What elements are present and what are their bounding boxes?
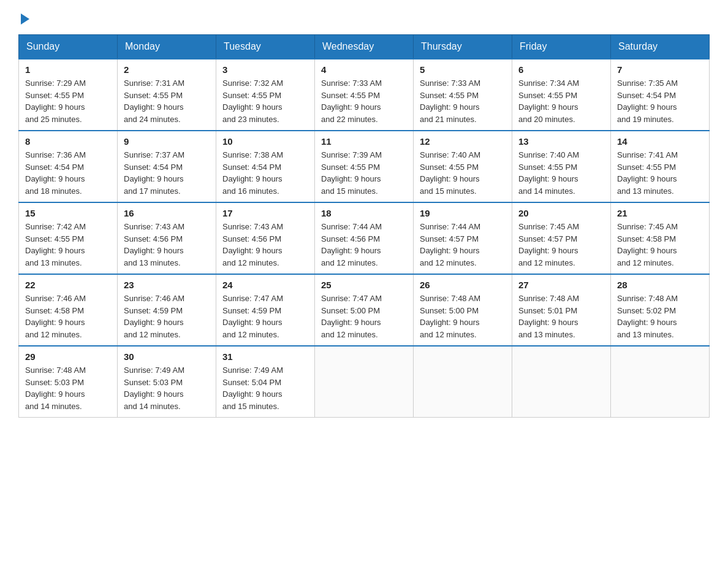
- calendar-week-row: 1Sunrise: 7:29 AMSunset: 4:55 PMDaylight…: [19, 59, 710, 131]
- day-info: Sunrise: 7:48 AMSunset: 5:03 PMDaylight:…: [25, 364, 111, 412]
- day-number: 20: [518, 208, 604, 218]
- day-info: Sunrise: 7:45 AMSunset: 4:57 PMDaylight:…: [518, 221, 604, 269]
- day-number: 23: [124, 280, 210, 290]
- day-info: Sunrise: 7:49 AMSunset: 5:03 PMDaylight:…: [124, 364, 210, 412]
- calendar-header-friday: Friday: [512, 35, 611, 59]
- day-number: 4: [321, 64, 407, 75]
- logo-arrow-icon: [21, 13, 29, 25]
- calendar-day-cell: 23Sunrise: 7:46 AMSunset: 4:59 PMDayligh…: [118, 274, 216, 346]
- calendar-day-cell: [315, 346, 414, 418]
- day-number: 18: [321, 208, 407, 218]
- day-number: 17: [222, 208, 308, 218]
- calendar-day-cell: 8Sunrise: 7:36 AMSunset: 4:54 PMDaylight…: [19, 131, 118, 202]
- calendar-day-cell: 11Sunrise: 7:39 AMSunset: 4:55 PMDayligh…: [315, 131, 414, 202]
- day-info: Sunrise: 7:43 AMSunset: 4:56 PMDaylight:…: [124, 221, 210, 269]
- logo-general-text: [18, 12, 29, 25]
- day-info: Sunrise: 7:37 AMSunset: 4:54 PMDaylight:…: [124, 149, 210, 197]
- day-info: Sunrise: 7:29 AMSunset: 4:55 PMDaylight:…: [25, 77, 111, 125]
- calendar-day-cell: 30Sunrise: 7:49 AMSunset: 5:03 PMDayligh…: [118, 346, 216, 418]
- day-number: 5: [420, 64, 506, 75]
- calendar-day-cell: 20Sunrise: 7:45 AMSunset: 4:57 PMDayligh…: [512, 202, 611, 274]
- calendar-week-row: 29Sunrise: 7:48 AMSunset: 5:03 PMDayligh…: [19, 346, 710, 418]
- day-info: Sunrise: 7:32 AMSunset: 4:55 PMDaylight:…: [222, 77, 308, 125]
- day-number: 28: [617, 280, 703, 290]
- day-info: Sunrise: 7:34 AMSunset: 4:55 PMDaylight:…: [518, 77, 604, 125]
- calendar-day-cell: 6Sunrise: 7:34 AMSunset: 4:55 PMDaylight…: [512, 59, 611, 131]
- day-info: Sunrise: 7:49 AMSunset: 5:04 PMDaylight:…: [222, 364, 308, 412]
- day-number: 21: [617, 208, 703, 218]
- calendar-day-cell: 3Sunrise: 7:32 AMSunset: 4:55 PMDaylight…: [216, 59, 315, 131]
- day-info: Sunrise: 7:47 AMSunset: 4:59 PMDaylight:…: [222, 293, 308, 340]
- calendar-header-tuesday: Tuesday: [216, 35, 315, 59]
- calendar-day-cell: 27Sunrise: 7:48 AMSunset: 5:01 PMDayligh…: [512, 274, 611, 346]
- calendar-day-cell: 7Sunrise: 7:35 AMSunset: 4:54 PMDaylight…: [611, 59, 710, 131]
- calendar-day-cell: 29Sunrise: 7:48 AMSunset: 5:03 PMDayligh…: [19, 346, 118, 418]
- day-number: 24: [222, 280, 308, 290]
- day-number: 27: [518, 280, 604, 290]
- day-info: Sunrise: 7:43 AMSunset: 4:56 PMDaylight:…: [222, 221, 308, 269]
- day-info: Sunrise: 7:40 AMSunset: 4:55 PMDaylight:…: [518, 149, 604, 197]
- day-number: 30: [124, 351, 210, 362]
- day-info: Sunrise: 7:33 AMSunset: 4:55 PMDaylight:…: [420, 77, 506, 125]
- day-number: 15: [25, 208, 111, 218]
- calendar-day-cell: 22Sunrise: 7:46 AMSunset: 4:58 PMDayligh…: [19, 274, 118, 346]
- calendar-day-cell: 1Sunrise: 7:29 AMSunset: 4:55 PMDaylight…: [19, 59, 118, 131]
- calendar-day-cell: 19Sunrise: 7:44 AMSunset: 4:57 PMDayligh…: [414, 202, 512, 274]
- calendar-header-monday: Monday: [118, 35, 216, 59]
- header: [18, 12, 710, 22]
- calendar-day-cell: 12Sunrise: 7:40 AMSunset: 4:55 PMDayligh…: [414, 131, 512, 202]
- calendar-day-cell: 5Sunrise: 7:33 AMSunset: 4:55 PMDaylight…: [414, 59, 512, 131]
- calendar-day-cell: 4Sunrise: 7:33 AMSunset: 4:55 PMDaylight…: [315, 59, 414, 131]
- calendar-table: SundayMondayTuesdayWednesdayThursdayFrid…: [18, 34, 710, 418]
- day-number: 19: [420, 208, 506, 218]
- day-info: Sunrise: 7:44 AMSunset: 4:56 PMDaylight:…: [321, 221, 407, 269]
- day-info: Sunrise: 7:33 AMSunset: 4:55 PMDaylight:…: [321, 77, 407, 125]
- day-number: 25: [321, 280, 407, 290]
- calendar-week-row: 22Sunrise: 7:46 AMSunset: 4:58 PMDayligh…: [19, 274, 710, 346]
- calendar-day-cell: 21Sunrise: 7:45 AMSunset: 4:58 PMDayligh…: [611, 202, 710, 274]
- calendar-day-cell: 28Sunrise: 7:48 AMSunset: 5:02 PMDayligh…: [611, 274, 710, 346]
- calendar-header-thursday: Thursday: [414, 35, 512, 59]
- calendar-header-wednesday: Wednesday: [315, 35, 414, 59]
- day-number: 11: [321, 136, 407, 147]
- calendar-day-cell: 18Sunrise: 7:44 AMSunset: 4:56 PMDayligh…: [315, 202, 414, 274]
- calendar-day-cell: 13Sunrise: 7:40 AMSunset: 4:55 PMDayligh…: [512, 131, 611, 202]
- calendar-header-row: SundayMondayTuesdayWednesdayThursdayFrid…: [19, 35, 710, 59]
- day-info: Sunrise: 7:48 AMSunset: 5:01 PMDaylight:…: [518, 293, 604, 340]
- calendar-day-cell: [414, 346, 512, 418]
- calendar-week-row: 15Sunrise: 7:42 AMSunset: 4:55 PMDayligh…: [19, 202, 710, 274]
- day-info: Sunrise: 7:35 AMSunset: 4:54 PMDaylight:…: [617, 77, 703, 125]
- day-info: Sunrise: 7:48 AMSunset: 5:00 PMDaylight:…: [420, 293, 506, 340]
- day-info: Sunrise: 7:42 AMSunset: 4:55 PMDaylight:…: [25, 221, 111, 269]
- calendar-day-cell: 25Sunrise: 7:47 AMSunset: 5:00 PMDayligh…: [315, 274, 414, 346]
- calendar-day-cell: 17Sunrise: 7:43 AMSunset: 4:56 PMDayligh…: [216, 202, 315, 274]
- day-number: 22: [25, 280, 111, 290]
- day-number: 1: [25, 64, 111, 75]
- calendar-header-sunday: Sunday: [19, 35, 118, 59]
- day-info: Sunrise: 7:31 AMSunset: 4:55 PMDaylight:…: [124, 77, 210, 125]
- calendar-week-row: 8Sunrise: 7:36 AMSunset: 4:54 PMDaylight…: [19, 131, 710, 202]
- day-info: Sunrise: 7:45 AMSunset: 4:58 PMDaylight:…: [617, 221, 703, 269]
- day-number: 31: [222, 351, 308, 362]
- day-number: 6: [518, 64, 604, 75]
- day-number: 3: [222, 64, 308, 75]
- day-number: 12: [420, 136, 506, 147]
- calendar-day-cell: 10Sunrise: 7:38 AMSunset: 4:54 PMDayligh…: [216, 131, 315, 202]
- calendar-header-saturday: Saturday: [611, 35, 710, 59]
- calendar-day-cell: 31Sunrise: 7:49 AMSunset: 5:04 PMDayligh…: [216, 346, 315, 418]
- day-number: 7: [617, 64, 703, 75]
- day-info: Sunrise: 7:36 AMSunset: 4:54 PMDaylight:…: [25, 149, 111, 197]
- calendar-day-cell: 15Sunrise: 7:42 AMSunset: 4:55 PMDayligh…: [19, 202, 118, 274]
- day-number: 13: [518, 136, 604, 147]
- day-info: Sunrise: 7:46 AMSunset: 4:59 PMDaylight:…: [124, 293, 210, 340]
- day-info: Sunrise: 7:41 AMSunset: 4:55 PMDaylight:…: [617, 149, 703, 197]
- day-info: Sunrise: 7:47 AMSunset: 5:00 PMDaylight:…: [321, 293, 407, 340]
- calendar-day-cell: 14Sunrise: 7:41 AMSunset: 4:55 PMDayligh…: [611, 131, 710, 202]
- day-info: Sunrise: 7:40 AMSunset: 4:55 PMDaylight:…: [420, 149, 506, 197]
- day-info: Sunrise: 7:38 AMSunset: 4:54 PMDaylight:…: [222, 149, 308, 197]
- day-info: Sunrise: 7:39 AMSunset: 4:55 PMDaylight:…: [321, 149, 407, 197]
- calendar-day-cell: [512, 346, 611, 418]
- day-number: 10: [222, 136, 308, 147]
- calendar-day-cell: 2Sunrise: 7:31 AMSunset: 4:55 PMDaylight…: [118, 59, 216, 131]
- calendar-day-cell: 26Sunrise: 7:48 AMSunset: 5:00 PMDayligh…: [414, 274, 512, 346]
